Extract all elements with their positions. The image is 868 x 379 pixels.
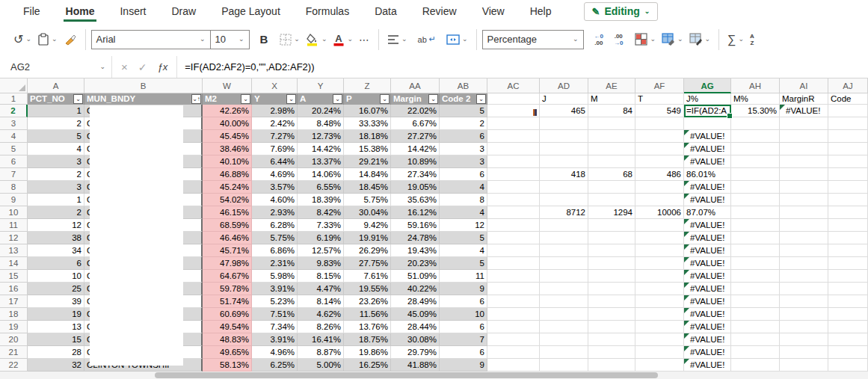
cell-AD15[interactable] xyxy=(540,270,588,283)
cell-AA2[interactable]: 22.02% xyxy=(391,105,440,117)
row-header-1[interactable]: 1 xyxy=(0,93,28,105)
cell-AB13[interactable]: 4 xyxy=(440,244,487,257)
cell-A20[interactable]: 15 xyxy=(28,333,84,346)
cell-AE14[interactable] xyxy=(588,257,635,270)
cell-AG21[interactable]: #VALUE! xyxy=(684,346,731,359)
cell-X22[interactable]: 6.25% xyxy=(252,359,298,372)
cell-AJ14[interactable] xyxy=(828,257,868,270)
cell-AH6[interactable] xyxy=(731,155,780,168)
cell-AB4[interactable]: 6 xyxy=(440,130,487,143)
bold-button[interactable]: B xyxy=(257,28,271,51)
filter-dropdown-button[interactable]: ⌄ xyxy=(428,94,438,104)
cell-AC14[interactable] xyxy=(487,257,540,270)
cell-AI15[interactable] xyxy=(780,270,828,283)
cell-Y14[interactable]: 9.83% xyxy=(298,257,344,270)
cell-AH5[interactable] xyxy=(731,143,780,155)
cell-AD5[interactable] xyxy=(540,143,588,155)
cell-AB21[interactable]: 6 xyxy=(440,346,487,359)
cell-AF18[interactable] xyxy=(635,308,684,321)
menu-tab-review[interactable]: Review xyxy=(410,0,470,22)
cell-X18[interactable]: 7.51% xyxy=(252,308,298,321)
filter-header-W[interactable]: M2⌄ xyxy=(203,93,252,105)
cell-A14[interactable]: 6 xyxy=(28,257,84,270)
cell-AH7[interactable] xyxy=(731,168,780,181)
cell-A6[interactable]: 3 xyxy=(28,155,84,168)
cell-AD14[interactable] xyxy=(540,257,588,270)
cell-Y16[interactable]: 4.47% xyxy=(298,283,344,295)
cell-Y11[interactable]: 7.33% xyxy=(298,219,344,232)
cell-AD2[interactable]: 465 xyxy=(540,105,588,117)
cell-AJ3[interactable] xyxy=(828,117,868,130)
cell-AA22[interactable]: 41.88% xyxy=(391,359,440,372)
cell-Z3[interactable]: 33.33% xyxy=(344,117,391,130)
cell-AG7[interactable]: 86.01% xyxy=(684,168,731,181)
cell-AJ12[interactable] xyxy=(828,232,868,244)
cell-AC2[interactable] xyxy=(487,105,540,117)
cell-AJ22[interactable] xyxy=(828,359,868,372)
cell-AF15[interactable] xyxy=(635,270,684,283)
cell-AG20[interactable]: #VALUE! xyxy=(684,333,731,346)
cell-AJ19[interactable] xyxy=(828,321,868,333)
filter-dropdown-button[interactable]: ⌄ xyxy=(476,94,486,104)
menu-tab-draw[interactable]: Draw xyxy=(158,0,209,22)
header-cell-AE1[interactable]: M xyxy=(588,93,635,105)
cell-AJ8[interactable] xyxy=(828,181,868,194)
menu-tab-view[interactable]: View xyxy=(470,0,517,22)
cell-Y4[interactable]: 12.73% xyxy=(298,130,344,143)
font-color-button[interactable]: A ⌄ xyxy=(330,28,356,51)
cell-AF3[interactable] xyxy=(635,117,684,130)
cell-AB9[interactable]: 8 xyxy=(440,194,487,206)
cell-AJ20[interactable] xyxy=(828,333,868,346)
cell-AF7[interactable]: 486 xyxy=(635,168,684,181)
cell-Y17[interactable]: 8.14% xyxy=(298,295,344,308)
cell-AG2[interactable]: =IF(AD2:A xyxy=(684,105,731,117)
cell-W9[interactable]: 54.02% xyxy=(203,194,252,206)
column-header-AB[interactable]: AB xyxy=(440,78,487,93)
cell-W10[interactable]: 46.15% xyxy=(203,206,252,219)
cell-AG11[interactable]: #VALUE! xyxy=(684,219,731,232)
filter-header-AB[interactable]: Code 2⌄ xyxy=(440,93,487,105)
cell-A22[interactable]: 32 xyxy=(28,359,84,372)
filter-dropdown-button[interactable]: ⌄ xyxy=(286,94,296,104)
cell-AI8[interactable] xyxy=(780,181,828,194)
cell-Y18[interactable]: 4.62% xyxy=(298,308,344,321)
cell-W18[interactable]: 60.69% xyxy=(203,308,252,321)
menu-tab-home[interactable]: Home xyxy=(53,0,108,22)
cell-AJ6[interactable] xyxy=(828,155,868,168)
cell-X2[interactable]: 2.98% xyxy=(252,105,298,117)
borders-button[interactable]: ⌄ xyxy=(277,28,303,51)
cell-AH14[interactable] xyxy=(731,257,780,270)
column-header-X[interactable]: X xyxy=(252,78,298,93)
cell-AG17[interactable]: #VALUE! xyxy=(684,295,731,308)
cell-styles-button[interactable]: ⌄ xyxy=(686,28,714,51)
cell-AB16[interactable]: 9 xyxy=(440,283,487,295)
row-header-8[interactable]: 8 xyxy=(0,181,28,194)
cell-AA9[interactable]: 35.63% xyxy=(391,194,440,206)
cell-AF4[interactable] xyxy=(635,130,684,143)
row-header-10[interactable]: 10 xyxy=(0,206,28,219)
cell-AG10[interactable]: 87.07% xyxy=(684,206,731,219)
filter-header-B[interactable]: MUN_BNDY⌄↑ xyxy=(84,93,203,105)
filter-header-AA[interactable]: Margin⌄ xyxy=(391,93,440,105)
cell-W22[interactable]: 58.13% xyxy=(203,359,252,372)
cell-X21[interactable]: 4.96% xyxy=(252,346,298,359)
cell-W6[interactable]: 40.10% xyxy=(203,155,252,168)
more-font-options-button[interactable]: ⋯ xyxy=(356,28,373,51)
cell-W12[interactable]: 46.46% xyxy=(203,232,252,244)
cell-Z20[interactable]: 18.75% xyxy=(344,333,391,346)
row-header-12[interactable]: 12 xyxy=(0,232,28,244)
cell-Y12[interactable]: 6.19% xyxy=(298,232,344,244)
cell-AA3[interactable]: 6.67% xyxy=(391,117,440,130)
cell-AI18[interactable] xyxy=(780,308,828,321)
cell-X15[interactable]: 5.98% xyxy=(252,270,298,283)
cell-AB3[interactable]: 2 xyxy=(440,117,487,130)
number-format-select[interactable]: Percentage ⌄ xyxy=(482,30,584,49)
cell-AI19[interactable] xyxy=(780,321,828,333)
cell-X9[interactable]: 4.60% xyxy=(252,194,298,206)
cell-AH9[interactable] xyxy=(731,194,780,206)
cell-A7[interactable]: 2 xyxy=(28,168,84,181)
header-cell-AH1[interactable]: M% xyxy=(731,93,780,105)
cell-Y7[interactable]: 14.06% xyxy=(298,168,344,181)
cell-AE3[interactable] xyxy=(588,117,635,130)
cell-AI11[interactable] xyxy=(780,219,828,232)
